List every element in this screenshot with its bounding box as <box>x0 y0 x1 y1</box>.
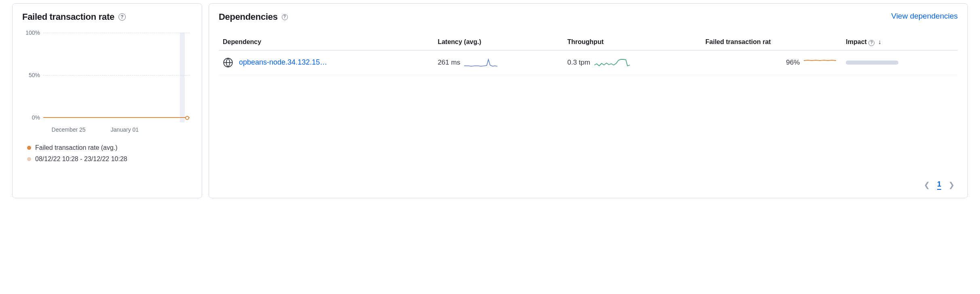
legend-item-avg[interactable]: Failed transaction rate (avg.) <box>27 144 192 151</box>
panel-title: Failed transaction rate <box>22 12 114 22</box>
pagination-next-icon[interactable]: ❯ <box>948 181 955 189</box>
chart-highlight-band <box>180 33 185 122</box>
chart-end-marker <box>185 116 189 120</box>
help-icon[interactable]: ? <box>868 40 874 46</box>
throughput-cell: 0.3 tpm <box>567 57 697 68</box>
dependencies-panel: Dependencies ? View dependencies Depende… <box>209 3 968 198</box>
y-tick-100: 100% <box>22 29 40 36</box>
panel-title-row: Dependencies ? <box>219 12 288 22</box>
pagination-prev-icon[interactable]: ❮ <box>924 181 930 189</box>
globe-icon <box>223 57 233 68</box>
sort-descending-icon[interactable]: ↓ <box>878 38 881 45</box>
failed-transaction-rate-panel: Failed transaction rate ? 100% 50% 0% De… <box>12 3 202 198</box>
failed-rate-chart[interactable]: 100% 50% 0% December 25 January 01 <box>22 29 192 134</box>
chart-data-line <box>43 117 190 118</box>
x-axis: December 25 January 01 <box>43 126 190 134</box>
dependencies-table: Dependency Latency (avg.) Throughput Fai… <box>219 35 958 75</box>
pagination: ❮ 1 ❯ <box>219 180 958 190</box>
x-tick-jan01: January 01 <box>111 126 139 133</box>
pagination-page-1[interactable]: 1 <box>937 180 941 190</box>
table-row: opbeans-node.34.132.15… 261 ms 0.3 tpm <box>219 50 958 75</box>
latency-sparkline <box>464 57 497 68</box>
failed-sparkline <box>804 59 838 67</box>
y-tick-0: 0% <box>22 114 40 121</box>
legend-label: Failed transaction rate (avg.) <box>35 144 118 151</box>
chart-legend: Failed transaction rate (avg.) 08/12/22 … <box>22 144 192 163</box>
col-impact-label: Impact <box>846 38 867 45</box>
help-icon[interactable]: ? <box>282 14 288 20</box>
legend-label: 08/12/22 10:28 - 23/12/22 10:28 <box>35 155 127 163</box>
throughput-sparkline <box>594 57 632 68</box>
x-tick-dec25: December 25 <box>52 126 86 133</box>
failed-value: 96% <box>786 59 800 67</box>
panel-title-row: Failed transaction rate ? <box>22 12 192 22</box>
col-impact[interactable]: Impact ? ↓ <box>842 35 958 50</box>
legend-swatch-icon <box>27 157 31 161</box>
col-failed[interactable]: Failed transaction rat <box>701 35 842 50</box>
col-throughput[interactable]: Throughput <box>563 35 701 50</box>
col-dependency[interactable]: Dependency <box>219 35 434 50</box>
latency-value: 261 ms <box>438 59 460 67</box>
right-header: Dependencies ? View dependencies <box>219 12 958 29</box>
dependency-link[interactable]: opbeans-node.34.132.15… <box>239 58 327 67</box>
col-latency[interactable]: Latency (avg.) <box>434 35 564 50</box>
impact-bar <box>846 61 898 65</box>
throughput-value: 0.3 tpm <box>567 59 590 67</box>
legend-swatch-icon <box>27 146 31 150</box>
panel-title: Dependencies <box>219 12 278 22</box>
legend-item-compare[interactable]: 08/12/22 10:28 - 23/12/22 10:28 <box>27 155 192 163</box>
latency-cell: 261 ms <box>438 57 560 68</box>
failed-cell: 96% <box>705 59 838 67</box>
view-dependencies-link[interactable]: View dependencies <box>891 12 958 21</box>
help-icon[interactable]: ? <box>118 13 126 21</box>
dependency-cell: opbeans-node.34.132.15… <box>223 57 430 68</box>
y-tick-50: 50% <box>22 72 40 78</box>
plot-zone <box>43 33 190 122</box>
